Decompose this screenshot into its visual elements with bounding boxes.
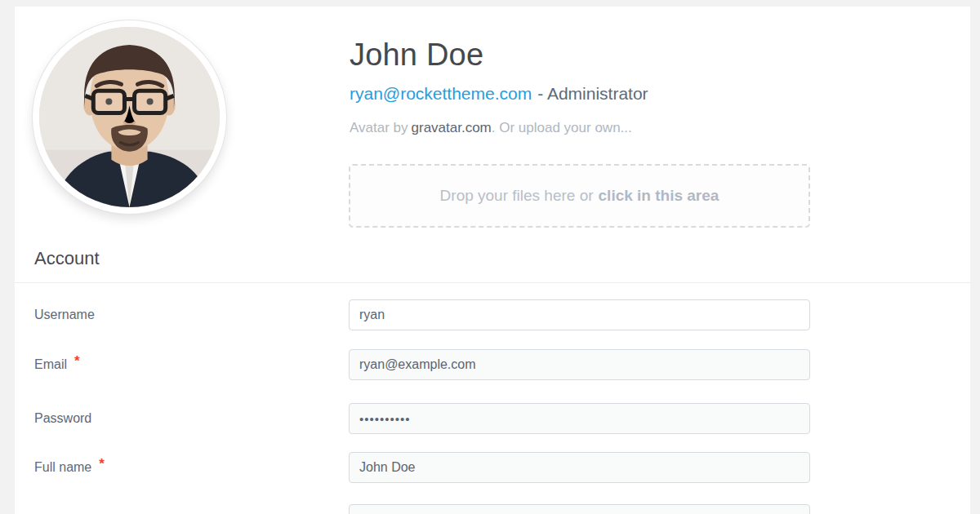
avatar-note-prefix: Avatar by (350, 120, 408, 135)
file-dropzone[interactable]: Drop your files here or click in this ar… (349, 164, 810, 228)
avatar-note-suffix: . Or upload your own... (492, 120, 632, 135)
user-fullname-title: John Doe (350, 38, 483, 73)
form-row-fullname: Full name* (15, 452, 970, 483)
fullname-input[interactable] (349, 452, 810, 483)
form-row-email: Email* (15, 349, 970, 380)
user-role-text: - Administrator (537, 84, 648, 103)
gravatar-link[interactable]: gravatar.com (412, 120, 492, 135)
profile-card: John Doe ryan@rockettheme.com- Administr… (15, 7, 970, 514)
section-divider (15, 282, 970, 283)
dropzone-click-text: click in this area (599, 187, 719, 205)
next-field-input[interactable] (349, 504, 810, 514)
email-input[interactable] (349, 349, 810, 380)
avatar (33, 20, 226, 214)
avatar-note: Avatar bygravatar.com. Or upload your ow… (350, 120, 632, 136)
fullname-label: Full name* (34, 452, 105, 483)
avatar-portrait-illustration (39, 27, 220, 207)
form-row-password: Password (15, 403, 970, 434)
username-input[interactable] (349, 299, 810, 330)
dropzone-text: Drop your files here or (440, 187, 594, 205)
page-background: John Doe ryan@rockettheme.com- Administr… (0, 0, 980, 514)
password-input[interactable] (349, 403, 810, 434)
section-title-account: Account (34, 248, 100, 269)
email-label: Email* (34, 349, 80, 380)
required-asterisk: * (99, 456, 105, 472)
form-row-next-partial (15, 504, 970, 514)
form-row-username: Username (15, 299, 970, 330)
user-email-link[interactable]: ryan@rockettheme.com (350, 84, 532, 103)
username-label: Username (34, 299, 95, 330)
password-label: Password (34, 403, 91, 434)
user-email-line: ryan@rockettheme.com- Administrator (350, 83, 648, 104)
required-asterisk: * (74, 353, 80, 369)
